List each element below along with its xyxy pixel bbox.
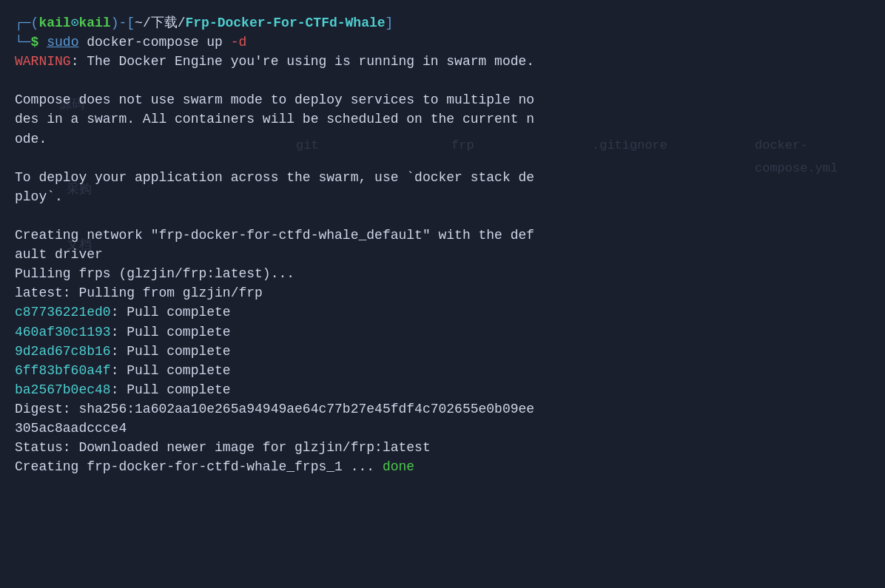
at-symbol: ⊙ [71,16,79,30]
warning-label: WARNING [15,54,71,69]
network-line-2: ault driver [15,245,870,264]
terminal-content: ┌─(kail⊙kail)-[~/下载/Frp-Docker-For-CTFd-… [15,13,870,476]
path-end-bracket: ] [386,16,394,30]
empty-line-1 [15,71,870,90]
compose-line-2: des in a swarm. All containers will be s… [15,109,870,129]
hash-1-text: : Pull complete [111,305,231,320]
hash-3-text: : Pull complete [111,344,231,359]
prompt-arrow: └─ [15,35,31,50]
empty-line-3 [15,206,870,226]
digest-line-2: 305ac8aadccce4 [15,419,870,438]
status-line: Status: Downloaded newer image for glzji… [15,438,870,457]
path-bold: Frp-Docker-For-CTFd-Whale [186,16,386,30]
terminal-window: 源码 git frp .gitignore docker- compose.ym… [0,0,885,588]
empty-line-2 [15,149,870,168]
command-space [38,35,47,50]
hash-5-id: ba2567b0ec48 [15,382,111,397]
hash-line-1: c87736221ed0: Pull complete [15,303,870,322]
digest-line-1: Digest: sha256:1a602aa10e265a94949ae64c7… [15,399,870,419]
deploy-line-1: To deploy your application across the sw… [15,168,870,187]
hash-line-4: 6ff83bf60a4f: Pull complete [15,361,870,380]
path-prefix: ~/下载/ [135,16,185,30]
hash-3-id: 9d2ad67c8b16 [15,344,111,359]
hash-line-3: 9d2ad67c8b16: Pull complete [15,342,870,361]
pulling-line: Pulling frps (glzjin/frp:latest)... [15,264,870,283]
username: kail [38,16,70,30]
latest-line: latest: Pulling from glzjin/frp [15,283,870,303]
compose-line-1: Compose does not use swarm mode to deplo… [15,90,870,109]
deploy-line-2: ploy`. [15,187,870,206]
sudo-command: sudo [47,35,78,50]
hash-line-5: ba2567b0ec48: Pull complete [15,380,870,399]
hash-2-text: : Pull complete [111,325,231,339]
warning-text: : The Docker Engine you're using is runn… [71,54,535,69]
hash-4-id: 6ff83bf60a4f [15,363,111,378]
command-docker: docker-compose up [78,35,230,50]
creating-line: Creating frp-docker-for-ctfd-whale_frps_… [15,457,870,476]
hash-5-text: : Pull complete [111,382,231,397]
creating-text: Creating frp-docker-for-ctfd-whale_frps_… [15,459,383,474]
warning-line: WARNING: The Docker Engine you're using … [15,52,870,71]
network-line-1: Creating network "frp-docker-for-ctfd-wh… [15,226,870,245]
hash-4-text: : Pull complete [111,363,231,378]
hash-line-2: 460af30c1193: Pull complete [15,322,870,342]
bracket-open: ┌─( [15,16,38,30]
hash-2-id: 460af30c1193 [15,325,111,339]
prompt-line-1: ┌─(kail⊙kail)-[~/下载/Frp-Docker-For-CTFd-… [15,13,870,33]
done-label: done [383,459,414,474]
bracket-close: )-[ [111,16,135,30]
dollar-sign: $ [31,35,39,50]
flag-d: -d [231,35,247,50]
compose-line-3: ode. [15,129,870,149]
prompt-line-2: └─$ sudo docker-compose up -d [15,33,870,52]
hash-1-id: c87736221ed0 [15,305,111,320]
hostname: kail [78,16,110,30]
